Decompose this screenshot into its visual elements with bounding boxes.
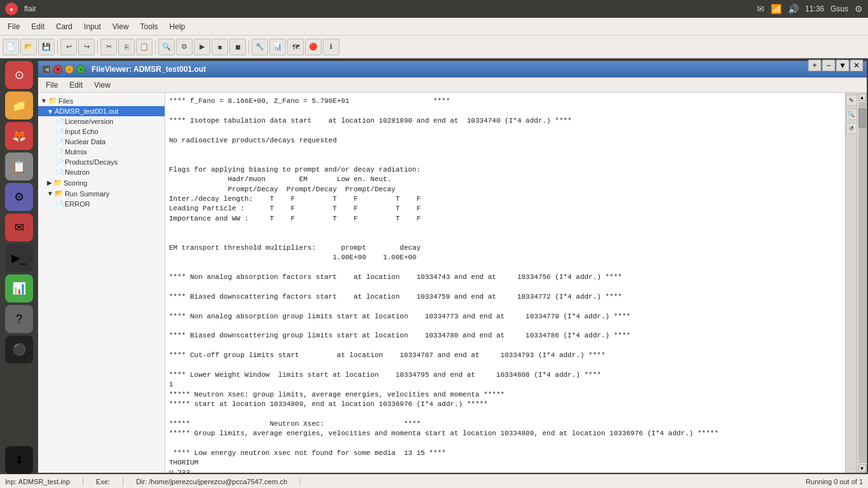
toolbar-open[interactable]: 📂 (20, 39, 37, 55)
menu-input[interactable]: Input (79, 21, 106, 32)
volume-icon[interactable]: 🔊 (788, 4, 799, 14)
far-right-btn-down[interactable]: ▼ (858, 464, 866, 472)
status-inp: Inp: ADMSR_test.inp (5, 478, 70, 485)
system-time: 11:36 (805, 4, 824, 13)
power-icon[interactable]: ⚙ (855, 4, 863, 14)
tree-item-nucdata[interactable]: 📄 Nuclear Data (38, 137, 165, 147)
menu-file[interactable]: File (3, 21, 25, 32)
mail-icon[interactable]: ✉ (757, 4, 764, 14)
toolbar-redo[interactable]: ↪ (78, 39, 95, 55)
tree-admsr-label: ADMSR_test001.out (55, 107, 118, 115)
runsummary-expand-icon: ▼ (47, 190, 53, 197)
app-menubar: File Edit Card Input View Tools Help (0, 18, 868, 36)
tree-root[interactable]: ▼ 📁 Files (38, 95, 165, 106)
fv-menu-edit[interactable]: Edit (64, 79, 88, 91)
tree-item-error[interactable]: 📄 ERROR (38, 199, 165, 209)
window-max-btn[interactable]: + (76, 65, 85, 74)
rpanel-btn2[interactable]: 🔍 (846, 109, 857, 120)
toolbar-sep4 (248, 40, 249, 54)
menu-view[interactable]: View (107, 21, 134, 32)
toolbar-btn11[interactable]: 🗺 (287, 39, 304, 55)
tree-item-scoring[interactable]: ▶ 📁 Scoring (38, 177, 165, 188)
tree-products-label: Products/Decays (65, 158, 118, 166)
window-min-btn[interactable]: − (65, 65, 74, 74)
status-div2 (123, 477, 123, 486)
far-right-panel: ▲ ▼ (857, 93, 867, 473)
mulmix-file-icon: 📄 (56, 149, 64, 156)
window-collapse[interactable]: ◀ (42, 65, 51, 74)
tree-item-license[interactable]: 📄 License/version (38, 116, 165, 126)
license-file-icon: 📄 (56, 118, 64, 125)
toolbar-paste[interactable]: 📋 (136, 39, 153, 55)
toolbar-new[interactable]: 📄 (3, 39, 19, 55)
system-user: Gsus (831, 4, 848, 13)
dock-ubuntu[interactable]: ⊙ (5, 61, 33, 89)
tree-scoring-label: Scoring (64, 179, 87, 187)
wifi-icon[interactable]: 📶 (771, 4, 782, 14)
window-ctrl-down[interactable]: ▼ (836, 60, 849, 71)
dock-app2[interactable]: 📋 (5, 152, 33, 180)
toolbar-save[interactable]: 💾 (38, 39, 55, 55)
dock-spreadsheet[interactable]: 📊 (5, 274, 33, 302)
toolbar-btn10[interactable]: 📊 (269, 39, 286, 55)
toolbar-btn9[interactable]: 🔧 (252, 39, 268, 55)
fv-menu-view[interactable]: View (89, 79, 116, 91)
tree-item-admsr[interactable]: ▼ ADMSR_test001.out (38, 106, 165, 116)
far-right-scrollthumb[interactable] (858, 109, 866, 128)
dock-app5[interactable]: ⚫ (5, 336, 33, 363)
far-right-btn-up[interactable]: ▲ (858, 93, 866, 101)
dock-bottom[interactable]: ⬇ (5, 446, 33, 474)
window-ctrl-plus[interactable]: + (808, 60, 821, 71)
menu-tools[interactable]: Tools (135, 21, 163, 32)
text-content[interactable]: **** f_Fano = 8.166E+00, Z_Fano = 5.790E… (165, 93, 845, 473)
dock-firefox[interactable]: 🦊 (5, 122, 33, 150)
window-ctrl-x[interactable]: ✕ (850, 60, 863, 71)
toolbar-btn8[interactable]: ⏹ (229, 39, 246, 55)
toolbar-btn4[interactable]: 🔍 (158, 39, 175, 55)
status-running: Running 0 out of 1 (806, 478, 863, 485)
toolbar-btn12[interactable]: 🔴 (305, 39, 322, 55)
tree-item-inputecho[interactable]: 📄 Input Echo (38, 126, 165, 137)
window-close-btn[interactable]: ✕ (53, 65, 62, 74)
tree-item-products[interactable]: 📄 Products/Decays (38, 157, 165, 167)
toolbar-btn6[interactable]: ▶ (194, 39, 210, 55)
window-titlebar: ◀ ✕ − + FileViewer: ADMSR_test001.out (38, 61, 867, 78)
tree-item-mulmix[interactable]: 📄 Mulmix (38, 147, 165, 157)
toolbar-undo[interactable]: ↩ (60, 39, 77, 55)
rpanel-btn3[interactable]: ↺ (846, 123, 857, 134)
ubuntu-logo[interactable]: ● (5, 3, 18, 15)
window-title: FileViewer: ADMSR_test001.out (92, 65, 206, 74)
status-div3 (300, 477, 301, 486)
toolbar-btn3[interactable]: ✂ (100, 39, 117, 55)
window-ctrl-minus[interactable]: − (822, 60, 835, 71)
system-bar: ● flair ✉ 📶 🔊 11:36 Gsus ⚙ (0, 0, 868, 18)
rpanel-btn1[interactable]: ✎ (846, 95, 857, 106)
tree-nucdata-label: Nuclear Data (65, 138, 105, 146)
toolbar-btn13[interactable]: ℹ (323, 39, 339, 55)
dock-terminal[interactable]: ▶_ (5, 244, 33, 272)
far-right-scrolltrack[interactable] (858, 102, 866, 463)
dock-app3[interactable]: ⚙ (5, 183, 33, 211)
error-file-icon: 📄 (56, 201, 64, 208)
toolbar-btn5[interactable]: ⚙ (176, 39, 193, 55)
dock-help[interactable]: ? (5, 305, 33, 333)
menu-edit[interactable]: Edit (26, 21, 50, 32)
tree-license-label: License/version (65, 118, 113, 125)
tree-root-label: Files (58, 97, 73, 105)
tree-neutron-label: Neutron (65, 168, 90, 176)
app-name: flair (24, 4, 36, 13)
dock-app4[interactable]: ✉ (5, 214, 33, 241)
menu-card[interactable]: Card (51, 21, 78, 32)
tree-item-neutron[interactable]: 📄 Neutron (38, 167, 165, 177)
toolbar-btn7[interactable]: ■ (212, 39, 228, 55)
tree-error-label: ERROR (65, 200, 90, 208)
fv-menu-file[interactable]: File (41, 79, 63, 91)
tree-item-runsummary[interactable]: ▼ 📂 Run Summary (38, 188, 165, 199)
menu-help[interactable]: Help (165, 21, 191, 32)
toolbar: 📄 📂 💾 ↩ ↪ ✂ ⎘ 📋 🔍 ⚙ ▶ ■ ⏹ 🔧 📊 🗺 🔴 ℹ (0, 36, 868, 58)
text-viewer: **** f_Fano = 8.166E+00, Z_Fano = 5.790E… (165, 93, 845, 473)
status-dir: Dir: /home/jperezcu/jperezcu@pcca7547.ce… (136, 478, 287, 485)
status-div1 (83, 477, 83, 486)
dock-files[interactable]: 📁 (5, 92, 33, 119)
toolbar-copy[interactable]: ⎘ (118, 39, 135, 55)
